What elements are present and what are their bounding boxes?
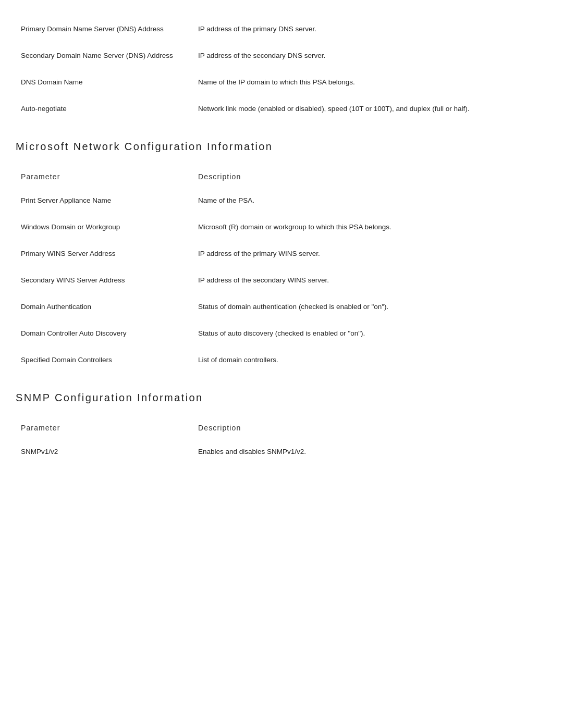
param-name-cell: Primary WINS Server Address xyxy=(16,240,193,267)
param-name-cell: Secondary Domain Name Server (DNS) Addre… xyxy=(16,42,193,69)
param-desc-cell: List of domain controllers. xyxy=(193,347,547,373)
table-row: DNS Domain NameName of the IP domain to … xyxy=(16,69,547,95)
param-desc-cell: IP address of the secondary WINS server. xyxy=(193,267,547,293)
param-desc-cell: IP address of the secondary DNS server. xyxy=(193,42,547,69)
table-row: Primary Domain Name Server (DNS) Address… xyxy=(16,16,547,42)
param-name-cell: DNS Domain Name xyxy=(16,69,193,95)
section-header-snmp-section: SNMP Configuration Information xyxy=(16,392,547,408)
param-name-cell: Domain Controller Auto Discovery xyxy=(16,320,193,347)
col-header-param-snmp-section: Parameter xyxy=(16,417,193,438)
param-name-cell: Print Server Appliance Name xyxy=(16,187,193,214)
param-name-cell: Primary Domain Name Server (DNS) Address xyxy=(16,16,193,42)
table-row: Windows Domain or WorkgroupMicrosoft (R)… xyxy=(16,214,547,240)
param-name-cell: Domain Authentication xyxy=(16,293,193,320)
table-row: Auto-negotiateNetwork link mode (enabled… xyxy=(16,95,547,122)
param-desc-cell: Enables and disables SNMPv1/v2. xyxy=(193,438,547,465)
param-desc-cell: Microsoft (R) domain or workgroup to whi… xyxy=(193,214,547,240)
param-desc-cell: Name of the PSA. xyxy=(193,187,547,214)
param-name-cell: Auto-negotiate xyxy=(16,95,193,122)
param-name-cell: Specified Domain Controllers xyxy=(16,347,193,373)
param-name-cell: SNMPv1/v2 xyxy=(16,438,193,465)
col-header-param-microsoft-section: Parameter xyxy=(16,166,193,187)
param-desc-cell: Status of auto discovery (checked is ena… xyxy=(193,320,547,347)
col-header-desc-snmp-section: Description xyxy=(193,417,547,438)
col-header-desc-microsoft-section: Description xyxy=(193,166,547,187)
param-table-snmp-section: ParameterDescriptionSNMPv1/v2Enables and… xyxy=(16,417,547,465)
table-row: Domain AuthenticationStatus of domain au… xyxy=(16,293,547,320)
param-desc-cell: Network link mode (enabled or disabled),… xyxy=(193,95,547,122)
param-desc-cell: Name of the IP domain to which this PSA … xyxy=(193,69,547,95)
param-table-microsoft-section: ParameterDescriptionPrint Server Applian… xyxy=(16,166,547,373)
param-table-top-section: Primary Domain Name Server (DNS) Address… xyxy=(16,16,547,122)
table-row: Secondary WINS Server AddressIP address … xyxy=(16,267,547,293)
app-container: Primary Domain Name Server (DNS) Address… xyxy=(16,16,547,465)
param-name-cell: Windows Domain or Workgroup xyxy=(16,214,193,240)
param-desc-cell: IP address of the primary DNS server. xyxy=(193,16,547,42)
table-row: Domain Controller Auto DiscoveryStatus o… xyxy=(16,320,547,347)
table-row: SNMPv1/v2Enables and disables SNMPv1/v2. xyxy=(16,438,547,465)
table-row: Specified Domain ControllersList of doma… xyxy=(16,347,547,373)
table-row: Primary WINS Server AddressIP address of… xyxy=(16,240,547,267)
param-name-cell: Secondary WINS Server Address xyxy=(16,267,193,293)
section-header-microsoft-section: Microsoft Network Configuration Informat… xyxy=(16,141,547,157)
table-row: Secondary Domain Name Server (DNS) Addre… xyxy=(16,42,547,69)
table-row: Print Server Appliance NameName of the P… xyxy=(16,187,547,214)
param-desc-cell: Status of domain authentication (checked… xyxy=(193,293,547,320)
param-desc-cell: IP address of the primary WINS server. xyxy=(193,240,547,267)
